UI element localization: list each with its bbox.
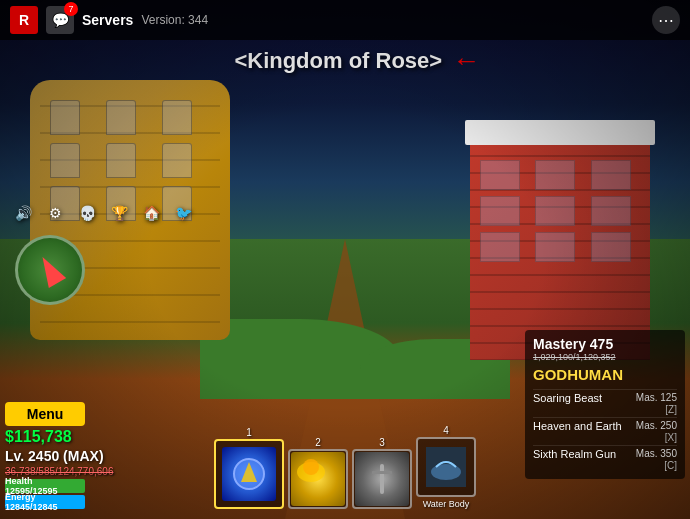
window [106,100,136,135]
skull-icon[interactable]: 💀 [74,200,100,226]
servers-label: Servers [82,12,133,28]
window [50,100,80,135]
right-ui-panel: Mastery 475 1,029,100/1,120,352 GODHUMAN… [525,330,685,479]
skill-slots: 1 2 [214,425,476,509]
health-bar-fill: Health 12595/12595 [5,479,85,493]
mastery-xp: 1,029,100/1,120,352 [533,352,677,362]
slot-box-3[interactable] [352,449,412,509]
energy-bar: Energy 12845/12845 [5,495,113,509]
skill-slot-1[interactable]: 1 [214,427,284,509]
slot-box-1[interactable] [214,439,284,509]
skill-mas-key-2: Mas. 250 [X] [636,420,677,443]
svg-point-3 [303,459,319,475]
level-display: Lv. 2450 (MAX) [5,448,113,464]
menu-button[interactable]: Menu [5,402,85,426]
window-red [535,232,575,262]
compass-circle [15,235,85,305]
mastery-title: Mastery 475 [533,336,677,352]
bottom-left-ui: Menu $115,738 Lv. 2450 (MAX) 36,738/585/… [5,402,113,509]
more-button[interactable]: ⋯ [652,6,680,34]
kingdom-title-text: <Kingdom of Rose> [234,48,442,74]
twitter-icon[interactable]: 🐦 [170,200,196,226]
window-red [480,160,520,190]
slot-number-1: 1 [246,427,252,438]
chat-badge-count: 7 [64,2,78,16]
building-right [470,140,650,360]
compass [15,235,85,305]
chat-badge[interactable]: 💬 7 [46,6,74,34]
home-icon[interactable]: 🏠 [138,200,164,226]
building-right-windows [480,160,640,262]
window-red [480,196,520,226]
slot-label-4: Water Body [423,499,470,509]
roblox-logo: R [10,6,38,34]
game-canvas: R 💬 7 Servers Version: 344 ⋯ <Kingdom of… [0,0,690,519]
window [50,143,80,178]
energy-label: Energy 12845/12845 [5,492,85,512]
window-red [480,232,520,262]
window-red [591,232,631,262]
window-red [535,196,575,226]
energy-bar-fill: Energy 12845/12845 [5,495,85,509]
sound-icon[interactable]: 🔊 [10,200,36,226]
window-red [591,196,631,226]
toolbar-icons: 🔊 ⚙ 💀 🏆 🏠 🐦 [10,200,196,226]
svg-rect-5 [372,471,392,474]
compass-needle [34,252,66,288]
settings-icon[interactable]: ⚙ [42,200,68,226]
health-bar: Health 12595/12595 [5,479,113,493]
building-right-top [465,120,655,145]
skill-entry-heaven-earth: Heaven and Earth Mas. 250 [X] [533,417,677,443]
slot-icon-blue [222,447,276,501]
skill-mas-3: Mas. 350 [636,448,677,459]
fighting-style: GODHUMAN [533,366,677,383]
skill-name-heaven-earth: Heaven and Earth [533,420,636,432]
kingdom-title: <Kingdom of Rose> ← [234,45,480,77]
skill-slot-4[interactable]: 4 Water Body [416,425,476,509]
window-red [591,160,631,190]
svg-rect-4 [380,464,384,494]
window [162,100,192,135]
window [106,143,136,178]
version-label: Version: 344 [141,13,208,27]
skill-mas-2: Mas. 250 [636,420,677,431]
skill-mas-key-1: Mas. 125 [Z] [636,392,677,415]
slot-box-4[interactable] [416,437,476,497]
arrow-icon: ← [452,45,480,77]
trophy-icon[interactable]: 🏆 [106,200,132,226]
top-bar: R 💬 7 Servers Version: 344 ⋯ [0,0,690,40]
skill-key-1: [Z] [665,404,677,415]
skill-mas-key-3: Mas. 350 [C] [636,448,677,471]
slot-number-2: 2 [315,437,321,448]
slot-box-2[interactable] [288,449,348,509]
skill-name-soaring-beast: Soaring Beast [533,392,636,404]
slot-icon-stick [355,452,409,506]
skill-key-3: [C] [664,460,677,471]
skill-key-2: [X] [665,432,677,443]
window-red [535,160,575,190]
skill-mas-1: Mas. 125 [636,392,677,403]
skill-name-sixth-realm: Sixth Realm Gun [533,448,636,460]
gold-display: $115,738 [5,428,113,446]
skill-slot-2[interactable]: 2 [288,437,348,509]
skill-entry-soaring-beast: Soaring Beast Mas. 125 [Z] [533,389,677,415]
slot-icon-gold [291,452,345,506]
window [162,143,192,178]
skill-entry-sixth-realm: Sixth Realm Gun Mas. 350 [C] [533,445,677,471]
slot-number-4: 4 [443,425,449,436]
slot-number-3: 3 [379,437,385,448]
skill-slot-3[interactable]: 3 [352,437,412,509]
